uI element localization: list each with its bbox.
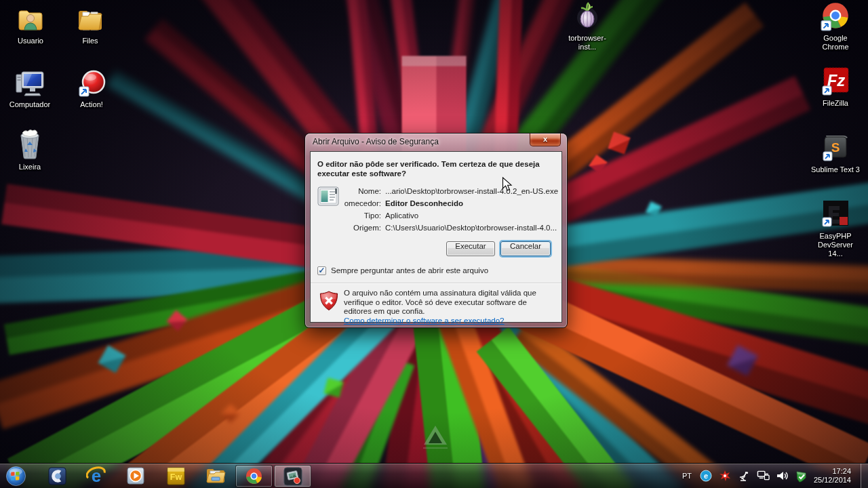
desktop-icon-label: EasyPHPDevServer 14... <box>810 232 861 258</box>
desktop-icon-label: Computador <box>4 100 56 109</box>
tray-date: 25/12/2014 <box>814 476 851 485</box>
show-desktop-button[interactable] <box>861 464 868 488</box>
taskbar-chrome-button[interactable] <box>235 465 273 487</box>
onion-icon <box>561 3 613 31</box>
tray-volume-icon[interactable] <box>776 468 789 483</box>
dialog-body: O editor não pôde ser verificado. Tem ce… <box>310 151 562 323</box>
tray-update-check-icon[interactable] <box>795 468 808 483</box>
svg-text:S: S <box>831 140 840 155</box>
desktop-icon-easyphp[interactable]: EasyPHPDevServer 14... <box>810 201 861 258</box>
desktop-icon-filezilla[interactable]: Fz FileZilla <box>810 68 861 108</box>
desktop-icon-action[interactable]: Action! <box>66 69 117 109</box>
desktop-icon-label: Sublime Text 3 <box>810 165 861 174</box>
desktop-icon-label: Action! <box>66 100 117 109</box>
desktop-root: Usuario Files Computador <box>0 0 868 488</box>
security-warning-dialog: Abrir Arquivo - Aviso de Segurança x O e… <box>305 134 567 327</box>
cancel-button[interactable]: Cancelar <box>500 241 551 256</box>
desktop-icon-lixeira[interactable]: Lixeira <box>4 131 56 171</box>
desktop-icon-label: Google Chrome <box>810 34 861 52</box>
desktop-icon-label: Lixeira <box>4 163 56 171</box>
user-folder-icon <box>5 5 56 34</box>
warning-panel: O arquivo não contém uma assinatura digi… <box>311 284 561 322</box>
computer-icon <box>4 69 56 98</box>
taskbar-camtasia-icon[interactable] <box>43 464 71 487</box>
chrome-icon <box>810 3 861 31</box>
tray-blue-e-icon[interactable]: e <box>700 468 713 483</box>
action-red-circle-icon <box>66 69 117 98</box>
taskbar-media-player-icon[interactable] <box>122 464 149 487</box>
always-ask-checkbox-row: ✓ Sempre perguntar antes de abrir este a… <box>317 266 488 275</box>
easyphp-icon <box>810 201 861 229</box>
desktop-icon-label: torbrowser-inst... <box>561 34 613 52</box>
taskbar-action-button[interactable] <box>274 465 311 487</box>
system-tray: PT e 17:24 25/12/2014 <box>680 464 861 488</box>
desktop-icon-sublime[interactable]: S Sublime Text 3 <box>810 134 861 174</box>
security-shield-icon <box>319 290 338 314</box>
taskbar-fireworks-icon[interactable]: Fw <box>162 464 189 487</box>
folder-icon <box>64 5 116 34</box>
field-value: Aplicativo <box>385 211 418 220</box>
desktop-icon-torbrowser[interactable]: torbrowser-inst... <box>561 3 613 52</box>
close-button[interactable]: x <box>530 134 561 146</box>
desktop-icon-computador[interactable]: Computador <box>4 69 56 109</box>
field-label: Nome: <box>311 187 381 195</box>
language-indicator[interactable]: PT <box>680 472 694 480</box>
tray-satellite-icon[interactable] <box>738 468 751 483</box>
field-row-fornecedor: omecedor:Editor Desconhecido <box>311 199 561 211</box>
desktop-icon-label: Usuario <box>5 37 56 45</box>
desktop-icon-usuario[interactable]: Usuario <box>5 5 56 45</box>
desktop-icon-label: Files <box>64 37 116 45</box>
field-value: Editor Desconhecido <box>385 199 463 207</box>
field-label: omecedor: <box>311 199 381 207</box>
recycle-bin-icon <box>4 131 56 160</box>
desktop-icon-google-chrome[interactable]: Google Chrome <box>810 3 861 52</box>
checkbox-label: Sempre perguntar antes de abrir este arq… <box>331 266 488 274</box>
warning-text: O arquivo não contém uma assinatura digi… <box>344 289 556 325</box>
sublime-text-icon: S <box>810 134 861 163</box>
taskbar-internet-explorer-icon[interactable]: e <box>83 464 110 487</box>
desktop-icon-label: FileZilla <box>810 99 861 108</box>
field-value: C:\Users\Usuario\Desktop\torbrowser-inst… <box>385 224 557 232</box>
tray-clock[interactable]: 17:24 25/12/2014 <box>814 467 851 485</box>
dialog-heading: O editor não pôde ser verificado. Tem ce… <box>317 159 560 178</box>
svg-text:Fw: Fw <box>170 472 182 482</box>
desktop-icon-files[interactable]: Files <box>64 5 116 45</box>
field-row-origem: Origem:C:\Users\Usuario\Desktop\torbrows… <box>311 224 561 236</box>
taskbar: e Fw <box>0 463 868 488</box>
wallpaper-watermark-logo <box>419 426 452 449</box>
svg-text:e: e <box>704 472 708 480</box>
tray-network-icon[interactable] <box>757 468 770 483</box>
start-button[interactable] <box>1 464 30 487</box>
field-value: ...ario\Desktop\torbrowser-install-4.0.2… <box>385 187 558 195</box>
checkbox-checked[interactable]: ✓ <box>317 266 326 275</box>
taskbar-explorer-icon[interactable] <box>202 464 229 487</box>
dialog-title: Abrir Arquivo - Aviso de Segurança <box>305 134 567 151</box>
execute-button[interactable]: Executar <box>446 241 495 256</box>
mouse-cursor <box>502 177 513 195</box>
field-label: Tipo: <box>311 211 381 220</box>
field-label: Origem: <box>311 224 381 232</box>
field-row-tipo: Tipo:Aplicativo <box>311 211 561 224</box>
how-to-decide-link[interactable]: Como determinar o software a ser executa… <box>344 317 505 325</box>
tray-action-red-icon[interactable] <box>719 468 732 483</box>
filezilla-icon: Fz <box>810 68 861 96</box>
field-row-nome: Nome:...ario\Desktop\torbrowser-install-… <box>311 187 561 199</box>
tray-time: 17:24 <box>814 467 851 476</box>
